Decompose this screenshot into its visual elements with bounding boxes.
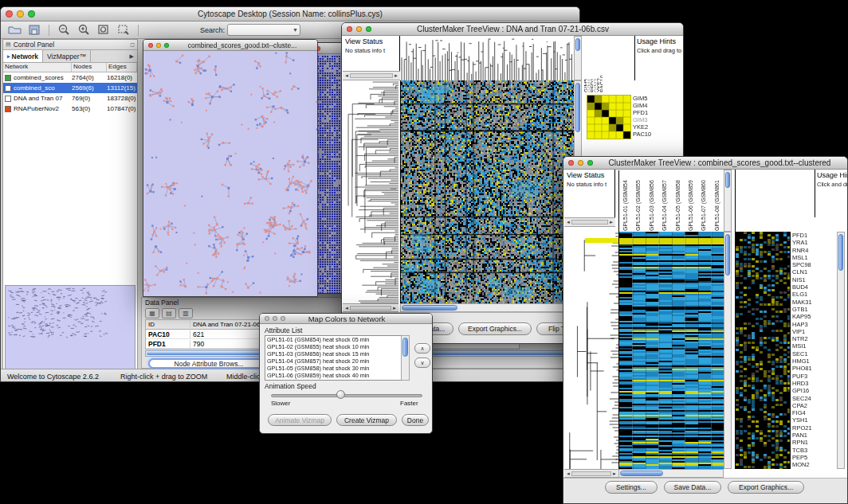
column-header-nodes[interactable]: Nodes <box>72 63 107 72</box>
gene-label[interactable]: RPO21 <box>792 424 834 432</box>
attribute-list-scrollbar[interactable] <box>401 335 410 381</box>
gene-label[interactable]: PAC10 <box>633 131 668 138</box>
gene-label[interactable]: SEC1 <box>792 350 834 357</box>
network-list-row[interactable]: DNA and Tran 07 769(0) 183728(0) <box>3 93 137 104</box>
treeview-button[interactable]: Export Graphics... <box>458 322 532 335</box>
zoom-button[interactable] <box>281 316 285 321</box>
gene-label[interactable]: GIM4 <box>633 102 668 109</box>
attribute-list-item[interactable]: GPL51-05 (GSM858) heat shock 30 min <box>265 365 409 372</box>
scroll-right-icon[interactable]: ► <box>392 306 397 311</box>
attribute-editor-icon[interactable]: ▥ <box>179 308 193 318</box>
header-scrollbar[interactable] <box>724 170 732 232</box>
move-down-button[interactable]: ∨ <box>414 357 430 368</box>
treeview-button[interactable]: Export Graphics... <box>728 481 804 494</box>
zoom-region-icon[interactable] <box>115 23 132 37</box>
gene-label[interactable]: KAP95 <box>792 313 834 320</box>
column-dendrogram-canvas[interactable] <box>400 36 574 80</box>
gene-label[interactable]: FIG4 <box>792 409 834 416</box>
row-dendrogram-canvas[interactable] <box>564 232 618 469</box>
gene-label[interactable]: YSH1 <box>792 416 834 424</box>
network-view-titlebar[interactable]: combined_scores_good.txt--cluste... <box>143 40 317 51</box>
treeview-titlebar[interactable]: ClusterMaker TreeView : combined_scores_… <box>563 157 847 170</box>
network-canvas[interactable] <box>143 51 317 296</box>
scroll-left-icon[interactable]: ◄ <box>344 73 349 78</box>
main-titlebar[interactable]: Cytoscape Desktop (Session Name: collins… <box>1 7 579 21</box>
dialog-titlebar[interactable]: Map Colors to Network <box>260 314 432 324</box>
view-status-scrollbar[interactable]: ◄ ► <box>564 217 615 227</box>
gene-label[interactable]: BUD4 <box>792 283 834 291</box>
scrollbar-track[interactable] <box>350 306 391 311</box>
gene-label[interactable]: HMG1 <box>792 357 834 365</box>
gene-label[interactable]: YRA1 <box>792 239 834 246</box>
close-button[interactable] <box>347 26 352 32</box>
scrollbar-track[interactable] <box>571 471 611 476</box>
similarity-matrix-canvas[interactable] <box>587 95 631 139</box>
minimize-button[interactable] <box>17 10 24 18</box>
heatmap-vscrollbar[interactable] <box>724 232 732 469</box>
gene-label[interactable]: GIM3 <box>633 116 668 123</box>
scrollbar-thumb[interactable] <box>402 305 457 311</box>
dendrogram-hscrollbar[interactable]: ◄ ► <box>343 303 398 312</box>
attribute-list-item[interactable]: GPL51-01 (GSM854) heat shock 05 min <box>265 336 409 343</box>
minimize-button[interactable] <box>578 160 583 166</box>
scrollbar-thumb[interactable] <box>725 172 730 188</box>
float-panel-icon[interactable]: ◻ <box>130 41 135 48</box>
animate-vizmap-button[interactable]: Animate Vizmap <box>268 414 332 426</box>
column-header-edges[interactable]: Edges <box>107 63 137 72</box>
row-dendrogram-canvas[interactable] <box>343 80 398 303</box>
zoom-out-icon[interactable] <box>55 23 73 37</box>
gene-label[interactable]: ELG1 <box>792 291 834 298</box>
scroll-right-icon[interactable]: ► <box>609 220 614 225</box>
treeview-button[interactable]: Save Data... <box>664 481 721 494</box>
column-header-id[interactable]: ID <box>146 321 190 328</box>
tab-vizmapper[interactable]: VizMapper™ <box>43 50 91 62</box>
node-attribute-browser-tab[interactable]: Node Attribute Brows... <box>148 358 269 369</box>
minimize-button[interactable] <box>156 43 161 48</box>
combo-arrow-icon[interactable]: ▼ <box>292 27 298 33</box>
scrollbar-thumb[interactable] <box>575 38 580 51</box>
select-attributes-icon[interactable]: ▤ <box>162 308 176 318</box>
minimize-button[interactable] <box>356 26 362 32</box>
gene-label[interactable]: HRD3 <box>792 380 834 387</box>
network-list-row[interactable]: combined_sco 2569(6) 13112(15) <box>3 83 137 93</box>
search-combobox[interactable]: ▼ <box>227 24 300 36</box>
overview-heatmap-canvas[interactable] <box>735 232 791 469</box>
heatmap-canvas[interactable] <box>400 80 575 303</box>
gene-label[interactable]: NTR2 <box>792 335 834 342</box>
scrollbar-thumb[interactable] <box>402 338 408 357</box>
gene-label[interactable]: HAP3 <box>792 321 834 328</box>
tab-overflow-icon[interactable]: ▶ <box>127 50 137 62</box>
scrollbar-thumb[interactable] <box>575 83 580 132</box>
gene-label[interactable]: NIS1 <box>792 276 834 283</box>
gene-label[interactable]: SEC24 <box>792 395 834 402</box>
treeview-titlebar[interactable]: ClusterMaker TreeView : DNA and Tran 07-… <box>342 23 683 36</box>
gene-label[interactable]: PUF3 <box>792 373 834 380</box>
zoom-button[interactable] <box>28 10 35 18</box>
network-overview-canvas[interactable] <box>5 285 135 369</box>
gene-label[interactable]: TCB3 <box>792 447 834 454</box>
scrollbar-thumb[interactable] <box>838 234 843 271</box>
table-mode-icon[interactable]: ▦ <box>145 308 159 318</box>
gene-label[interactable]: MAK31 <box>792 299 834 306</box>
dendrogram-hscrollbar[interactable]: ◄ ► <box>564 469 618 478</box>
gene-label[interactable]: MON2 <box>792 461 834 468</box>
zoom-fit-icon[interactable] <box>95 23 112 37</box>
zoom-button[interactable] <box>587 160 593 166</box>
scrollbar-track[interactable] <box>350 73 393 78</box>
scroll-right-icon[interactable]: ► <box>612 471 617 476</box>
create-vizmap-button[interactable]: Create Vizmap <box>336 414 397 426</box>
gene-label[interactable]: CLN1 <box>792 268 834 275</box>
open-session-icon[interactable] <box>6 23 23 37</box>
attribute-list-item[interactable]: GPL51-04 (GSM857) heat shock 20 min <box>265 357 409 365</box>
scroll-left-icon[interactable]: ◄ <box>566 220 571 225</box>
heatmap-hscrollbar[interactable] <box>618 469 724 478</box>
zoom-in-icon[interactable] <box>75 23 92 37</box>
gene-list-scrollbar[interactable] <box>837 232 845 469</box>
minimize-button[interactable] <box>273 316 277 321</box>
scroll-left-icon[interactable]: ◄ <box>566 471 571 476</box>
gene-label[interactable]: GPI16 <box>792 387 834 394</box>
close-button[interactable] <box>148 43 153 48</box>
scrollbar-track[interactable] <box>571 220 608 225</box>
save-session-icon[interactable] <box>26 23 43 37</box>
gene-label[interactable]: GTB1 <box>792 306 834 313</box>
